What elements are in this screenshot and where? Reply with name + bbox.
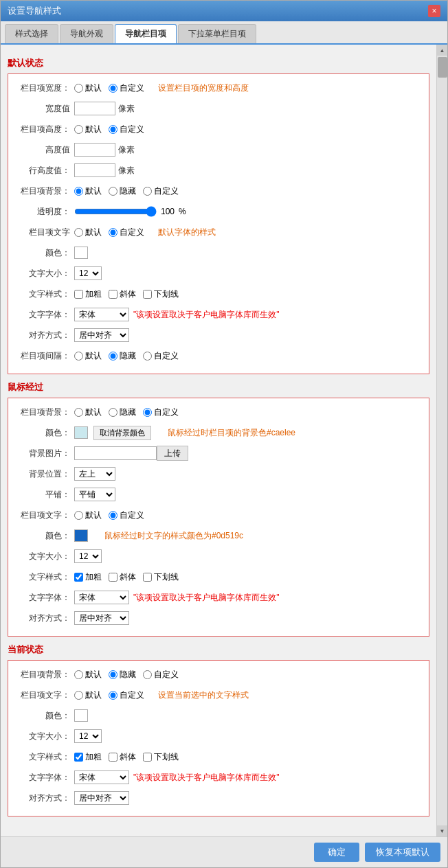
row-height-input[interactable]: 32 — [74, 163, 115, 177]
hover-fontsize-select[interactable]: 12 14 16 — [74, 549, 102, 563]
default-spacing-row: 栏目项间隔： 默认 隐藏 自定义 — [15, 347, 422, 364]
width-radio-default[interactable]: 默认 — [74, 82, 102, 94]
height-radio-custom-input[interactable] — [109, 125, 117, 134]
current-color-row: 颜色： — [15, 707, 422, 724]
hover-bg-image-input[interactable]: none — [74, 446, 157, 460]
row-height-unit: 像素 — [118, 165, 135, 176]
default-underline-input[interactable] — [143, 290, 152, 299]
current-align-select[interactable]: 居中对齐 — [74, 791, 129, 805]
hover-bg-position-select[interactable]: 左上 左中 左下 中上 居中 — [74, 467, 115, 481]
default-text-radio-default[interactable]: 默认 — [74, 227, 102, 238]
width-radio-custom-input[interactable] — [109, 84, 117, 93]
current-bg-radio-default-input[interactable] — [74, 670, 83, 679]
hover-bg-radio-default[interactable]: 默认 — [74, 407, 102, 418]
hover-bg-radio-default-input[interactable] — [74, 408, 83, 417]
current-text-radio-default[interactable]: 默认 — [74, 689, 102, 701]
current-italic-input[interactable] — [109, 753, 117, 762]
hover-text-radio-custom-input[interactable] — [109, 511, 117, 520]
current-italic-checkbox[interactable]: 斜体 — [109, 751, 136, 763]
current-style-row: 文字样式： 加粗 斜体 下划线 — [15, 749, 422, 765]
close-button[interactable]: × — [428, 5, 440, 17]
reset-button[interactable]: 恢复本项默认 — [365, 843, 440, 862]
current-text-radio-custom[interactable]: 自定义 — [109, 689, 144, 701]
height-radio-custom[interactable]: 自定义 — [109, 124, 144, 135]
default-spacing-radio-custom[interactable]: 自定义 — [143, 350, 179, 362]
current-text-radio-custom-input[interactable] — [109, 691, 117, 700]
default-text-radio-default-input[interactable] — [74, 228, 83, 237]
scroll-down-arrow[interactable]: ▼ — [437, 825, 448, 836]
hover-bg-image-row: 背景图片： none 上传 — [15, 445, 422, 461]
current-font-select[interactable]: 宋体 — [74, 770, 129, 784]
current-text-radio-default-input[interactable] — [74, 691, 83, 700]
hover-italic-input[interactable] — [109, 573, 117, 582]
hover-bold-input[interactable] — [74, 573, 83, 582]
default-spacing-radio-custom-input[interactable] — [143, 352, 152, 361]
default-bg-radio-custom-input[interactable] — [143, 187, 152, 196]
default-bg-radio-hidden-input[interactable] — [109, 187, 117, 196]
width-value-input[interactable]: 50 — [74, 102, 115, 115]
current-bg-radio-custom[interactable]: 自定义 — [143, 669, 179, 681]
dialog-title: 设置导航样式 — [8, 5, 61, 17]
hover-color-swatch[interactable] — [74, 426, 88, 439]
confirm-button[interactable]: 确定 — [314, 843, 359, 862]
current-bg-radio-hidden[interactable]: 隐藏 — [109, 669, 136, 681]
hover-underline-input[interactable] — [143, 573, 152, 582]
hover-align-select[interactable]: 居中对齐 — [74, 611, 129, 625]
hover-text-radio-default-input[interactable] — [74, 511, 83, 520]
hover-text-radio-custom[interactable]: 自定义 — [109, 510, 144, 521]
hover-bg-radio-custom[interactable]: 自定义 — [143, 407, 179, 418]
default-font-select[interactable]: 宋体 黑体 — [74, 308, 129, 321]
default-text-radio-custom-input[interactable] — [109, 228, 117, 237]
current-bold-input[interactable] — [74, 753, 83, 762]
default-spacing-radio-hidden-input[interactable] — [109, 352, 117, 361]
tab-dropdown[interactable]: 下拉菜单栏目项 — [178, 24, 256, 43]
height-radio-default-input[interactable] — [74, 125, 83, 134]
hover-italic-checkbox[interactable]: 斜体 — [109, 571, 136, 583]
default-color-swatch[interactable] — [74, 247, 88, 259]
current-color-swatch[interactable] — [74, 709, 88, 722]
default-spacing-radio-hidden[interactable]: 隐藏 — [109, 350, 136, 362]
cancel-bg-button[interactable]: 取消背景颜色 — [93, 426, 151, 440]
tab-style[interactable]: 样式选择 — [5, 24, 58, 43]
default-italic-input[interactable] — [109, 290, 117, 299]
hover-underline-checkbox[interactable]: 下划线 — [143, 571, 179, 583]
width-radio-default-input[interactable] — [74, 84, 83, 93]
current-fontsize-select[interactable]: 12 — [74, 729, 102, 743]
default-bold-input[interactable] — [74, 290, 83, 299]
hover-bold-checkbox[interactable]: 加粗 — [74, 571, 102, 583]
hover-bg-radio-hidden[interactable]: 隐藏 — [109, 407, 136, 418]
current-bold-checkbox[interactable]: 加粗 — [74, 751, 102, 763]
tab-navitem[interactable]: 导航栏目项 — [115, 24, 177, 43]
hover-text-radio-default[interactable]: 默认 — [74, 510, 102, 521]
scroll-up-arrow[interactable]: ▲ — [437, 45, 448, 56]
default-italic-checkbox[interactable]: 斜体 — [109, 288, 136, 300]
default-text-radio-custom[interactable]: 自定义 — [109, 227, 144, 238]
default-bg-radio-default[interactable]: 默认 — [74, 185, 102, 197]
tab-nav[interactable]: 导航外观 — [60, 24, 113, 43]
current-bg-radio-default[interactable]: 默认 — [74, 669, 102, 681]
current-bg-radio-custom-input[interactable] — [143, 670, 152, 679]
default-bg-radio-default-input[interactable] — [74, 187, 83, 196]
hover-bg-radio-custom-input[interactable] — [143, 408, 152, 417]
scroll-thumb[interactable] — [438, 57, 447, 78]
default-spacing-radio-default[interactable]: 默认 — [74, 350, 102, 362]
hover-font-select[interactable]: 宋体 — [74, 591, 129, 604]
default-bg-radio-custom[interactable]: 自定义 — [143, 185, 179, 197]
default-align-select[interactable]: 居中对齐 左对齐 右对齐 — [74, 328, 129, 342]
current-bg-radio-hidden-input[interactable] — [109, 670, 117, 679]
hover-tile-select[interactable]: 平铺 不平铺 — [74, 488, 115, 501]
default-spacing-radio-default-input[interactable] — [74, 352, 83, 361]
width-radio-custom[interactable]: 自定义 — [109, 82, 144, 94]
default-bg-radio-hidden[interactable]: 隐藏 — [109, 185, 136, 197]
default-fontsize-select[interactable]: 12 14 16 — [74, 266, 102, 280]
current-underline-input[interactable] — [143, 753, 152, 762]
height-value-input[interactable]: 32 — [74, 143, 115, 157]
opacity-slider[interactable] — [74, 206, 157, 217]
upload-button[interactable]: 上传 — [157, 446, 188, 461]
hover-text-color-swatch[interactable] — [74, 529, 88, 542]
hover-bg-radio-hidden-input[interactable] — [109, 408, 117, 417]
default-underline-checkbox[interactable]: 下划线 — [143, 288, 179, 300]
current-underline-checkbox[interactable]: 下划线 — [143, 751, 179, 763]
default-bold-checkbox[interactable]: 加粗 — [74, 288, 102, 300]
height-radio-default[interactable]: 默认 — [74, 124, 102, 135]
